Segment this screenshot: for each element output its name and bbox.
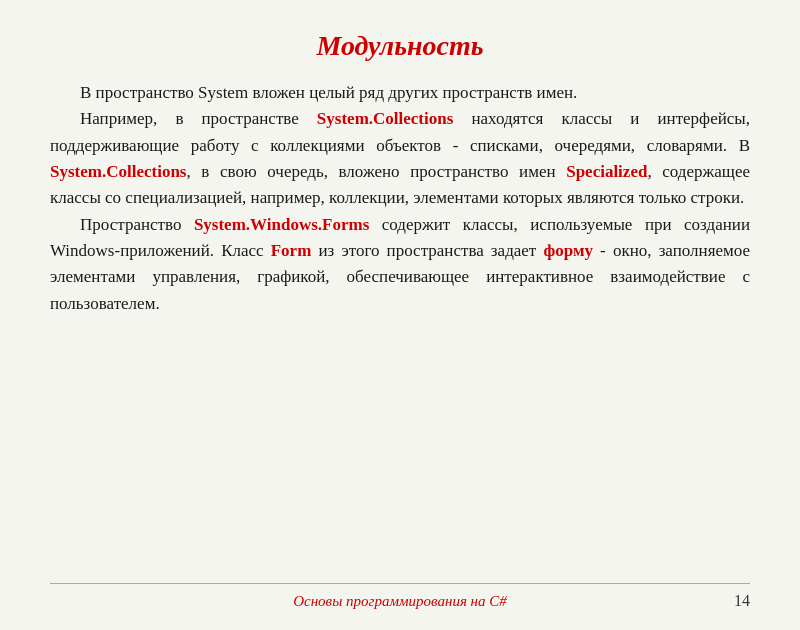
p3-part3: из этого пространства задает [311,241,543,260]
p3-highlight-1: System.Windows.Forms [194,215,369,234]
p3-highlight-3: форму [543,241,593,260]
p3-part1: Пространство [80,215,194,234]
footer-label: Основы программирования на C# [80,593,720,610]
p2-highlight-1: System.Collections [317,109,453,128]
p2-highlight-3: Specialized [566,162,647,181]
slide-container: Модульность В пространство System вложен… [0,0,800,630]
p2-part1: Например, в пространстве [80,109,317,128]
p2-highlight-2: System.Collections [50,162,186,181]
paragraph-2: Например, в пространстве System.Collecti… [50,106,750,211]
p3-highlight-2: Form [271,241,312,260]
slide-content: В пространство System вложен целый ряд д… [50,80,750,573]
paragraph-1: В пространство System вложен целый ряд д… [50,80,750,106]
p1-text: В пространство System вложен целый ряд д… [80,83,577,102]
footer-page-number: 14 [720,592,750,610]
paragraph-3: Пространство System.Windows.Forms содерж… [50,212,750,317]
p2-part3: , в свою очередь, вложено пространство и… [186,162,566,181]
slide-footer: Основы программирования на C# 14 [50,583,750,610]
slide-title: Модульность [50,30,750,62]
